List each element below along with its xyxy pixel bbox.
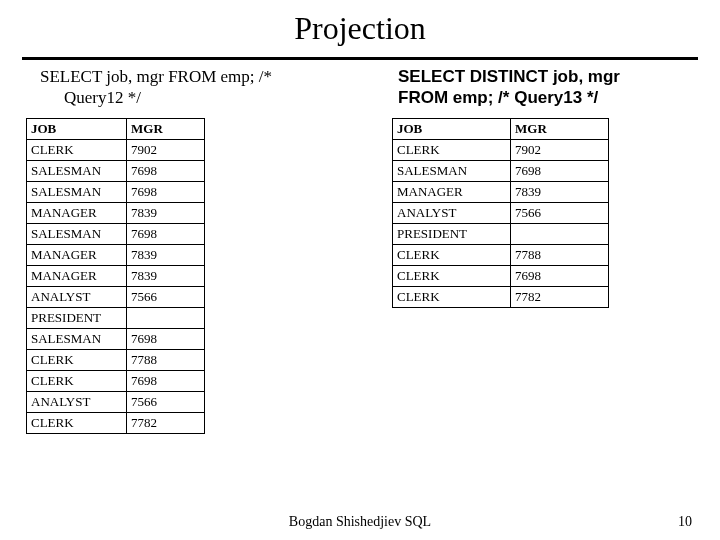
table-cell: 7698	[511, 266, 609, 287]
table-row: CLERK7788	[27, 350, 205, 371]
table-row: CLERK7698	[393, 266, 609, 287]
table-cell: 7902	[127, 140, 205, 161]
right-query-line1: SELECT DISTINCT job, mgr	[398, 66, 688, 87]
table-cell: CLERK	[27, 371, 127, 392]
table-cell: 7698	[127, 224, 205, 245]
table-cell: 7782	[127, 413, 205, 434]
table-cell: 7839	[127, 245, 205, 266]
table-row: CLERK7902	[393, 140, 609, 161]
footer-text: Bogdan Shishedjiev SQL	[0, 514, 720, 530]
table-row: SALESMAN7698	[27, 161, 205, 182]
page-number: 10	[678, 514, 692, 530]
table-cell: SALESMAN	[27, 161, 127, 182]
table-row: ANALYST7566	[27, 392, 205, 413]
table-cell: 7566	[511, 203, 609, 224]
table-cell: CLERK	[393, 287, 511, 308]
table-row: ANALYST7566	[27, 287, 205, 308]
table-row: MANAGER7839	[393, 182, 609, 203]
table-cell: MANAGER	[27, 203, 127, 224]
table-cell: SALESMAN	[27, 329, 127, 350]
col-header-mgr: MGR	[511, 119, 609, 140]
right-query-line2: FROM emp; /* Query13 */	[398, 87, 688, 108]
table-cell: 7839	[127, 203, 205, 224]
table-row: PRESIDENT	[27, 308, 205, 329]
table-cell: 7788	[511, 245, 609, 266]
col-header-job: JOB	[393, 119, 511, 140]
table-cell: 7782	[511, 287, 609, 308]
left-query-line1: SELECT job, mgr FROM emp; /*	[40, 66, 340, 87]
table-cell: CLERK	[27, 140, 127, 161]
table-cell: 7698	[127, 161, 205, 182]
table-row: CLERK7788	[393, 245, 609, 266]
table-cell: PRESIDENT	[393, 224, 511, 245]
table-row: MANAGER7839	[27, 203, 205, 224]
table-cell: 7788	[127, 350, 205, 371]
table-cell: CLERK	[393, 140, 511, 161]
right-result-table: JOB MGR CLERK7902SALESMAN7698MANAGER7839…	[392, 118, 609, 308]
table-row: MANAGER7839	[27, 266, 205, 287]
table-header-row: JOB MGR	[393, 119, 609, 140]
col-header-mgr: MGR	[127, 119, 205, 140]
table-cell: 7698	[127, 182, 205, 203]
table-row: SALESMAN7698	[393, 161, 609, 182]
table-cell: ANALYST	[393, 203, 511, 224]
table-row: SALESMAN7698	[27, 329, 205, 350]
table-row: ANALYST7566	[393, 203, 609, 224]
table-cell: ANALYST	[27, 392, 127, 413]
table-cell: 7839	[511, 182, 609, 203]
left-query: SELECT job, mgr FROM emp; /* Query12 */	[40, 66, 340, 109]
table-cell: CLERK	[393, 266, 511, 287]
table-row: SALESMAN7698	[27, 182, 205, 203]
table-cell: ANALYST	[27, 287, 127, 308]
table-cell: MANAGER	[27, 245, 127, 266]
table-row: PRESIDENT	[393, 224, 609, 245]
table-row: CLERK7902	[27, 140, 205, 161]
table-cell: SALESMAN	[393, 161, 511, 182]
table-cell	[511, 224, 609, 245]
table-cell: CLERK	[393, 245, 511, 266]
table-row: MANAGER7839	[27, 245, 205, 266]
table-cell: 7698	[511, 161, 609, 182]
table-row: SALESMAN7698	[27, 224, 205, 245]
table-cell: SALESMAN	[27, 224, 127, 245]
table-cell: 7566	[127, 392, 205, 413]
table-cell: PRESIDENT	[27, 308, 127, 329]
table-cell: 7839	[127, 266, 205, 287]
table-row: CLERK7698	[27, 371, 205, 392]
slide-title: Projection	[0, 0, 720, 57]
table-row: CLERK7782	[393, 287, 609, 308]
slide-body: SELECT job, mgr FROM emp; /* Query12 */ …	[0, 60, 720, 70]
table-header-row: JOB MGR	[27, 119, 205, 140]
table-cell: MANAGER	[27, 266, 127, 287]
table-cell: MANAGER	[393, 182, 511, 203]
left-result-table: JOB MGR CLERK7902SALESMAN7698SALESMAN769…	[26, 118, 205, 434]
slide: Projection SELECT job, mgr FROM emp; /* …	[0, 0, 720, 540]
table-cell: SALESMAN	[27, 182, 127, 203]
table-row: CLERK7782	[27, 413, 205, 434]
table-cell: CLERK	[27, 350, 127, 371]
table-cell	[127, 308, 205, 329]
table-cell: 7698	[127, 329, 205, 350]
left-query-line2: Query12 */	[40, 87, 340, 108]
table-cell: 7566	[127, 287, 205, 308]
right-query: SELECT DISTINCT job, mgr FROM emp; /* Qu…	[398, 66, 688, 109]
col-header-job: JOB	[27, 119, 127, 140]
table-cell: 7902	[511, 140, 609, 161]
table-cell: CLERK	[27, 413, 127, 434]
table-cell: 7698	[127, 371, 205, 392]
